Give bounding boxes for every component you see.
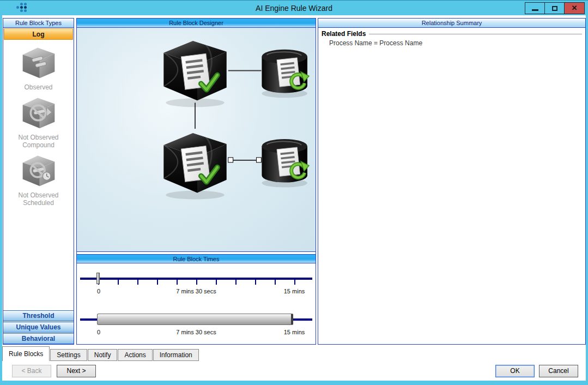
rule-block-types-panel: Rule Block Types Log Observed xyxy=(3,18,74,345)
rule-block-times-header: Rule Block Times xyxy=(77,254,316,263)
relationship-summary-content: Related Fields Process Name = Process Na… xyxy=(318,28,585,47)
document-icon xyxy=(277,58,300,87)
rule-block-times-area: 0 7 mins 30 secs 15 mins 0 7 mins 30 sec… xyxy=(77,264,316,344)
tab-actions[interactable]: Actions xyxy=(118,349,152,361)
related-field-mapping: Process Name = Process Name xyxy=(322,39,582,47)
not-observed-compound-cube-icon xyxy=(21,94,57,130)
range-slider-bar[interactable] xyxy=(97,314,293,325)
threshold-category-button[interactable]: Threshold xyxy=(3,310,74,321)
slider-label-min: 0 xyxy=(88,329,110,335)
log-source-node-1[interactable] xyxy=(262,50,309,98)
slider-label-mid: 7 mins 30 secs xyxy=(153,288,240,294)
rule-block-type-label: Not Observed Scheduled xyxy=(4,191,73,207)
window-controls: ✕ xyxy=(525,2,585,14)
log-observed-block-node-1[interactable] xyxy=(163,41,226,107)
time-slider-handle[interactable] xyxy=(96,273,100,284)
rule-block-type-not-observed-compound[interactable]: Not Observed Compound xyxy=(4,91,73,149)
wizard-tabstrip: Rule Blocks Settings Notify Actions Info… xyxy=(2,345,586,361)
relationship-summary-panel: Relationship Summary Related Fields Proc… xyxy=(318,18,586,345)
window-title: AI Engine Rule Wizard xyxy=(0,1,588,16)
tab-settings[interactable]: Settings xyxy=(50,349,87,361)
next-button[interactable]: Next > xyxy=(57,365,96,377)
titlebar: AI Engine Rule Wizard ✕ xyxy=(0,0,588,15)
cancel-button[interactable]: Cancel xyxy=(539,365,578,377)
log-category-button[interactable]: Log xyxy=(4,28,73,40)
rule-block-type-observed[interactable]: Observed xyxy=(4,41,73,91)
rule-block-type-label: Observed xyxy=(4,83,73,91)
unique-values-category-button[interactable]: Unique Values xyxy=(3,322,74,333)
log-source-node-2[interactable] xyxy=(262,139,309,188)
slider-label-mid: 7 mins 30 secs xyxy=(153,329,240,335)
rule-block-types-header: Rule Block Types xyxy=(3,19,74,28)
rule-block-type-list: Observed Not Observed Compound xyxy=(4,41,73,308)
slider-label-max: 15 mins xyxy=(267,288,322,294)
close-icon: ✕ xyxy=(572,3,578,13)
document-icon xyxy=(181,53,210,89)
observed-cube-icon xyxy=(21,44,57,80)
rule-block-designer-header: Rule Block Designer xyxy=(77,19,316,28)
close-button[interactable]: ✕ xyxy=(565,3,584,14)
slider-label-max: 15 mins xyxy=(267,329,322,335)
rule-block-type-label: Not Observed Compound xyxy=(4,134,73,149)
wizard-body: Rule Block Types Log Observed xyxy=(2,15,586,381)
rule-block-designer-panel: Rule Block Designer xyxy=(76,18,316,345)
back-button[interactable]: < Back xyxy=(12,365,51,377)
rule-block-type-not-observed-scheduled[interactable]: Not Observed Scheduled xyxy=(4,149,73,207)
related-fields-title: Related Fields xyxy=(322,30,366,38)
wizard-footer: < Back Next > OK Cancel xyxy=(2,361,586,381)
tab-information[interactable]: Information xyxy=(153,349,199,361)
link-handle[interactable] xyxy=(228,158,233,163)
rule-block-designer-canvas[interactable] xyxy=(77,28,316,252)
minimize-button[interactable] xyxy=(525,3,545,14)
ok-button[interactable]: OK xyxy=(495,365,535,377)
document-icon xyxy=(277,147,300,176)
category-buttons: Threshold Unique Values Behavioral xyxy=(3,310,74,344)
not-observed-scheduled-cube-icon xyxy=(21,152,57,188)
document-icon xyxy=(181,146,210,182)
maximize-icon xyxy=(552,6,557,11)
minimize-icon xyxy=(532,9,538,11)
log-observed-block-node-2[interactable] xyxy=(163,133,226,199)
behavioral-category-button[interactable]: Behavioral xyxy=(3,333,74,344)
slider-label-min: 0 xyxy=(88,288,110,294)
tab-notify[interactable]: Notify xyxy=(88,349,118,361)
tab-rule-blocks[interactable]: Rule Blocks xyxy=(2,346,50,361)
relationship-summary-header: Relationship Summary xyxy=(318,19,585,28)
link-handle[interactable] xyxy=(256,158,261,163)
maximize-button[interactable] xyxy=(545,3,565,14)
section-divider xyxy=(369,34,582,34)
